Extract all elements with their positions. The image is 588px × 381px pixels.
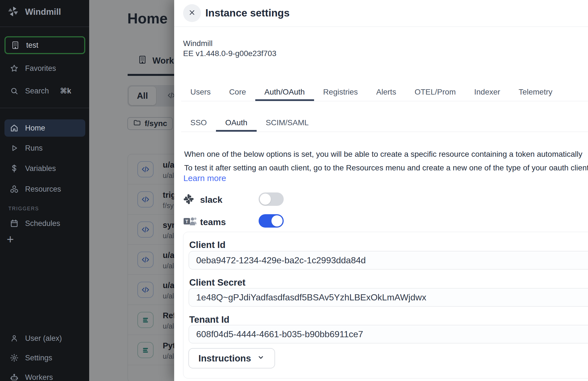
tab-otel-prom[interactable]: OTEL/Prom [405, 88, 465, 101]
robot-icon [9, 373, 19, 381]
home-icon [9, 123, 19, 133]
sidebar-item-label: Favorites [25, 64, 56, 73]
instance-settings-drawer: Instance settings Windmill EE v1.448.0-9… [174, 0, 588, 381]
workspace-name: test [26, 41, 38, 50]
client-id-input[interactable] [189, 251, 588, 269]
tab-core[interactable]: Core [220, 88, 255, 101]
building-icon [11, 40, 20, 50]
provider-name: slack [200, 195, 222, 205]
sidebar-item-home[interactable]: Home [4, 119, 85, 137]
client-secret-label: Client Secret [189, 277, 246, 288]
sidebar-item-search[interactable]: Search ⌘k [4, 83, 85, 99]
teams-icon: T [183, 216, 200, 228]
sidebar: Windmill test [0, 0, 89, 381]
sidebar-item-workers[interactable]: Workers [4, 369, 85, 381]
auth-subtabs: SSO OAuth SCIM/SAML [181, 118, 588, 132]
provider-row-teams: T teams [183, 215, 226, 229]
teams-toggle[interactable] [259, 214, 284, 228]
sidebar-item-label: Search [25, 87, 49, 95]
add-trigger-button[interactable]: + [7, 233, 14, 245]
tab-indexer[interactable]: Indexer [465, 88, 509, 101]
sidebar-item-label: Schedules [25, 219, 60, 228]
tenant-id-input[interactable] [189, 325, 588, 343]
provider-row-slack: slack [183, 192, 222, 207]
sidebar-item-label: Runs [25, 144, 43, 153]
app-name: Windmill [183, 38, 276, 49]
sidebar-item-favorites[interactable]: Favorites [4, 60, 85, 76]
user-icon [9, 334, 19, 343]
instructions-label: Instructions [198, 353, 251, 364]
learn-more-link[interactable]: Learn more [183, 173, 226, 183]
description-line-2: To test it after setting an oauth client… [184, 161, 588, 175]
sidebar-item-schedules[interactable]: Schedules [4, 215, 85, 232]
brand[interactable]: Windmill [7, 6, 61, 18]
sidebar-item-settings[interactable]: Settings [4, 350, 85, 366]
description-line-1: When one of the below options is set, yo… [184, 147, 588, 161]
gear-icon [9, 353, 19, 363]
oauth-description: When one of the below options is set, yo… [184, 147, 588, 175]
sidebar-divider [0, 108, 89, 108]
cubes-icon [9, 184, 19, 194]
sidebar-item-user[interactable]: User (alex) [4, 330, 85, 346]
teams-oauth-form: Client Id Client Secret Tenant Id Instru… [183, 232, 588, 378]
sidebar-item-runs[interactable]: Runs [4, 140, 85, 156]
toggle-knob [271, 215, 283, 226]
tab-telemetry[interactable]: Telemetry [509, 88, 562, 101]
brand-name: Windmill [25, 7, 61, 17]
star-icon [9, 64, 19, 73]
settings-tabs: Users Core Auth/OAuth Registries Alerts … [181, 88, 588, 101]
slack-icon [183, 194, 200, 206]
subtab-oauth[interactable]: OAuth [216, 118, 256, 132]
triggers-heading: TRIGGERS [8, 206, 39, 212]
client-id-label: Client Id [189, 240, 225, 250]
search-icon [9, 86, 19, 96]
sidebar-item-label: Resources [25, 185, 61, 194]
dollar-icon [9, 164, 19, 173]
subtab-sso[interactable]: SSO [181, 118, 216, 132]
sidebar-divider [0, 26, 89, 27]
windmill-logo-icon [7, 6, 19, 18]
search-shortcut: ⌘k [60, 86, 71, 95]
client-secret-input[interactable] [189, 288, 588, 307]
sidebar-item-label: Home [25, 124, 45, 132]
tab-alerts[interactable]: Alerts [367, 88, 405, 101]
tab-users[interactable]: Users [181, 88, 220, 101]
close-icon [188, 8, 196, 18]
sidebar-item-label: Variables [25, 164, 56, 173]
sidebar-item-label: Workers [25, 373, 53, 381]
version-number: EE v1.448.0-9-g00e23f703 [183, 49, 276, 59]
workspace-selector[interactable]: test [4, 36, 85, 54]
svg-text:T: T [185, 219, 188, 224]
close-button[interactable] [183, 4, 201, 22]
drawer-divider [174, 26, 588, 27]
instructions-button[interactable]: Instructions [188, 348, 275, 368]
slack-toggle[interactable] [259, 192, 284, 206]
tenant-id-label: Tenant Id [189, 314, 229, 325]
subtab-scim-saml[interactable]: SCIM/SAML [257, 118, 318, 132]
tab-registries[interactable]: Registries [314, 88, 367, 101]
calendar-icon [9, 219, 19, 228]
chevron-down-icon [257, 353, 265, 364]
drawer-title: Instance settings [205, 7, 290, 19]
sidebar-item-label: Settings [25, 354, 52, 362]
play-icon [9, 143, 19, 153]
version-info: Windmill EE v1.448.0-9-g00e23f703 [183, 38, 276, 59]
toggle-knob [260, 194, 271, 205]
windmill-app: Home Workspace All [0, 0, 588, 381]
provider-name: teams [200, 217, 226, 227]
sidebar-item-resources[interactable]: Resources [4, 181, 85, 197]
sidebar-item-variables[interactable]: Variables [4, 160, 85, 177]
tab-auth-oauth[interactable]: Auth/OAuth [255, 88, 314, 101]
sidebar-item-label: User (alex) [25, 334, 62, 343]
